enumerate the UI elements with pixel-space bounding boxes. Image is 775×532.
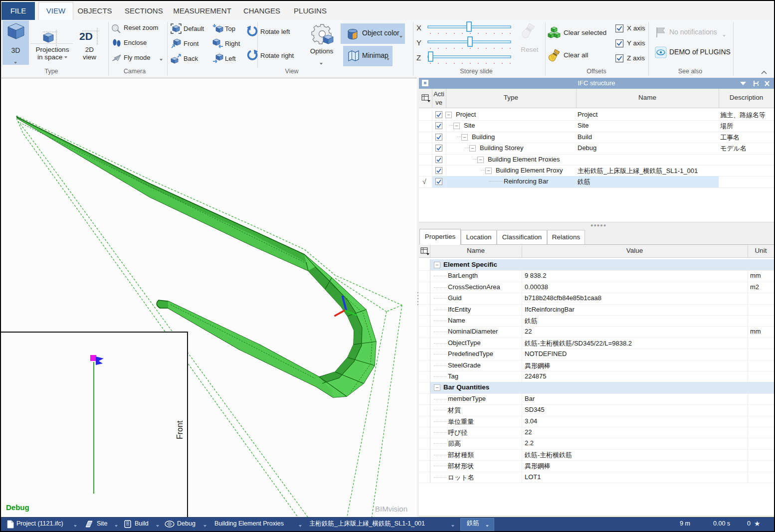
svg-text:2D: 2D xyxy=(79,30,93,42)
